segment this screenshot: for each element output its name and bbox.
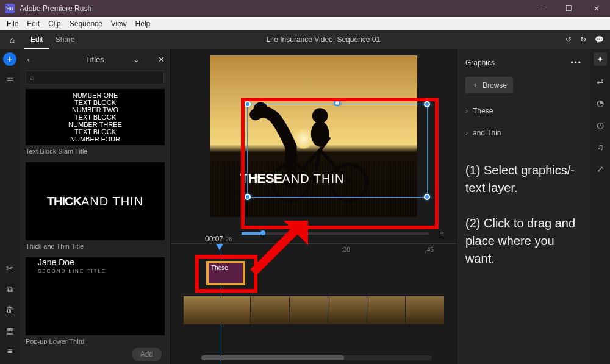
graphics-panel: Graphics ••• ＋ Browse › These › and Thin… bbox=[456, 49, 590, 364]
title-preset-thumb[interactable]: THICKAND THIN bbox=[26, 162, 165, 240]
plus-icon: ＋ bbox=[472, 80, 479, 90]
transform-tool-icon[interactable]: ⤢ bbox=[594, 162, 607, 176]
fullscreen-icon[interactable]: ≡ bbox=[440, 229, 444, 238]
timeline[interactable]: :30 45 These bbox=[171, 243, 456, 364]
comment-icon[interactable]: 💬 bbox=[595, 35, 604, 44]
video-clip[interactable] bbox=[250, 296, 289, 324]
menu-help[interactable]: Help bbox=[131, 17, 155, 30]
video-clip[interactable] bbox=[405, 296, 444, 324]
audio-tool-icon[interactable]: ♫ bbox=[594, 140, 607, 154]
project-icon[interactable]: ▭ bbox=[3, 72, 16, 85]
annotation-instructions: (1) Select graphics/­text layer. (2) Cli… bbox=[465, 162, 582, 268]
center-area: THESEAND THIN 00:07 26 ≡ bbox=[171, 49, 456, 364]
redo-icon[interactable]: ↻ bbox=[580, 35, 586, 44]
menu-edit[interactable]: Edit bbox=[23, 17, 44, 30]
title-preset-thumb[interactable]: Jane Doe SECOND LINE TITLE bbox=[26, 257, 165, 335]
app-name: Adobe Premiere Rush bbox=[20, 4, 92, 13]
left-rail: + ▭ ✂ ⧉ 🗑 ▤ ≡ bbox=[0, 49, 20, 364]
home-icon[interactable]: ⌂ bbox=[0, 35, 24, 45]
right-rail: ✦ ⇄ ◔ ◷ ♫ ⤢ bbox=[590, 49, 610, 364]
duplicate-icon[interactable]: ⧉ bbox=[3, 282, 16, 296]
thumb-caption: Text Block Slam Title bbox=[26, 148, 164, 155]
preview-monitor[interactable]: THESEAND THIN bbox=[171, 49, 456, 224]
layer-section[interactable]: › These bbox=[465, 107, 582, 115]
tracks-icon[interactable]: ▤ bbox=[3, 324, 16, 337]
window-maximize-button[interactable]: ☐ bbox=[555, 0, 583, 17]
video-clip[interactable] bbox=[367, 296, 406, 324]
video-track[interactable] bbox=[183, 296, 444, 324]
color-tool-icon[interactable]: ◔ bbox=[594, 96, 607, 110]
playhead-scrubber[interactable] bbox=[242, 232, 429, 235]
search-icon: ⌕ bbox=[30, 73, 34, 82]
transitions-tool-icon[interactable]: ⇄ bbox=[594, 74, 607, 88]
panel-dropdown-icon[interactable]: ⌄ bbox=[133, 55, 140, 64]
video-clip[interactable] bbox=[183, 296, 250, 324]
search-input[interactable]: ⌕ bbox=[26, 71, 164, 84]
chevron-right-icon: › bbox=[465, 107, 468, 115]
menu-view[interactable]: View bbox=[107, 17, 131, 30]
layer-section[interactable]: › and Thin bbox=[465, 129, 582, 137]
thumb-caption: Thick and Thin Title bbox=[26, 243, 164, 250]
titles-panel: ‹ Titles ⌄ ✕ ⌕ NUMBER ONE TEXT BLOCK NUM… bbox=[20, 49, 171, 364]
window-close-button[interactable]: ✕ bbox=[583, 0, 610, 17]
menu-clip[interactable]: Clip bbox=[44, 17, 65, 30]
window-minimize-button[interactable]: — bbox=[528, 0, 555, 17]
annotation-highlight bbox=[241, 98, 439, 229]
panel-menu-icon[interactable]: ••• bbox=[570, 59, 582, 67]
undo-icon[interactable]: ↺ bbox=[565, 35, 572, 44]
annotation-highlight bbox=[195, 255, 257, 293]
menu-sequence[interactable]: Sequence bbox=[65, 17, 107, 30]
browse-button[interactable]: ＋ Browse bbox=[465, 77, 513, 93]
scissors-icon[interactable]: ✂ bbox=[3, 262, 16, 275]
timecode-display: 00:07 26 bbox=[205, 235, 232, 243]
titles-tool-icon[interactable]: ✦ bbox=[594, 52, 607, 66]
tab-share[interactable]: Share bbox=[49, 30, 81, 49]
title-preset-thumb[interactable]: NUMBER ONE TEXT BLOCK NUMBER TWO TEXT BL… bbox=[26, 89, 165, 145]
menu-file[interactable]: File bbox=[2, 17, 23, 30]
app-bar: ⌂ Edit Share Life Insurance Video: Seque… bbox=[0, 30, 610, 49]
graphics-heading: Graphics bbox=[465, 59, 495, 67]
video-clip[interactable] bbox=[289, 296, 328, 324]
tab-edit[interactable]: Edit bbox=[24, 30, 49, 49]
chevron-right-icon: › bbox=[465, 129, 468, 137]
add-media-button[interactable]: + bbox=[3, 52, 16, 66]
expand-icon[interactable]: ≡ bbox=[3, 344, 16, 358]
thumb-caption: Pop-up Lower Third bbox=[26, 338, 164, 344]
delete-icon[interactable]: 🗑 bbox=[3, 303, 16, 316]
panel-close-icon[interactable]: ✕ bbox=[152, 55, 170, 64]
sequence-title: Life Insurance Video: Sequence 01 bbox=[81, 35, 565, 44]
video-clip[interactable] bbox=[328, 296, 367, 324]
timeline-scrollbar[interactable] bbox=[201, 355, 432, 360]
app-logo-icon: Ru bbox=[5, 4, 15, 13]
add-title-button[interactable]: Add bbox=[132, 348, 162, 361]
menu-bar: File Edit Clip Sequence View Help bbox=[0, 17, 610, 30]
panel-back-icon[interactable]: ‹ bbox=[20, 55, 38, 64]
window-titlebar: Ru Adobe Premiere Rush — ☐ ✕ bbox=[0, 0, 610, 17]
speed-tool-icon[interactable]: ◷ bbox=[594, 118, 607, 132]
